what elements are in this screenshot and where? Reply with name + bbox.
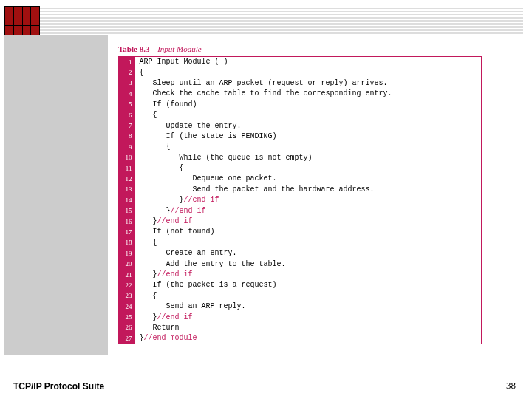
code-comment: //end if (157, 313, 193, 321)
code-row: 9 { (119, 142, 482, 152)
code-line: While (the queue is not empty) (135, 152, 482, 163)
code-line: Send the packet and the hardware address… (135, 184, 482, 194)
line-number: 21 (119, 269, 135, 279)
code-row: 8 If (the state is PENDING) (119, 131, 482, 141)
code-line: { (135, 142, 482, 152)
line-number: 15 (119, 205, 135, 216)
line-number: 12 (119, 174, 135, 184)
line-number: 18 (119, 237, 135, 248)
line-number: 26 (119, 322, 135, 332)
table-caption-text: Input Module (157, 44, 202, 53)
line-number: 16 (119, 216, 135, 226)
code-line: Add the entry to the table. (135, 259, 482, 269)
code-row: 20 Add the entry to the table. (119, 259, 482, 269)
code-row: 16 }//end if (119, 216, 482, 226)
code-row: 17 If (not found) (119, 227, 482, 237)
code-row: 23 { (119, 290, 482, 301)
code-row: 24 Send an ARP reply. (119, 301, 482, 311)
code-row: 26 Return (119, 322, 482, 332)
code-line: }//end if (135, 216, 482, 226)
code-line: Send an ARP reply. (135, 301, 482, 311)
code-line: }//end if (135, 205, 482, 216)
line-number: 5 (119, 99, 135, 109)
code-line: { (135, 163, 482, 173)
code-line: Create an entry. (135, 248, 482, 259)
line-number: 6 (119, 109, 135, 120)
code-row: 22 If (the packet is a request) (119, 280, 482, 290)
code-row: 12 Dequeue one packet. (119, 174, 482, 184)
header-pattern (37, 6, 523, 34)
code-row: 21 }//end if (119, 269, 482, 279)
code-row: 6 { (119, 109, 482, 120)
logo-grid-icon (4, 6, 40, 35)
code-comment: //end if (171, 207, 206, 215)
line-number: 13 (119, 184, 135, 194)
line-number: 9 (119, 142, 135, 152)
code-table-wrap: Table 8.3 Input Module 1ARP_Input_Module… (118, 44, 488, 344)
line-number: 23 (119, 290, 135, 301)
code-row: 19 Create an entry. (119, 248, 482, 259)
page-number: 38 (506, 380, 516, 392)
sidebar-panel (4, 35, 108, 355)
line-number: 10 (119, 152, 135, 163)
line-number: 14 (119, 195, 135, 205)
code-line: { (135, 109, 482, 120)
line-number: 11 (119, 163, 135, 173)
code-line: If (the packet is a request) (135, 280, 482, 290)
code-comment: //end if (157, 270, 193, 279)
code-row: 4 Check the cache table to find the corr… (119, 89, 482, 99)
code-line: Sleep until an ARP packet (request or re… (135, 78, 482, 88)
code-line: If (found) (135, 99, 482, 109)
code-comment: //end if (184, 196, 219, 204)
code-row: 7 Update the entry. (119, 120, 482, 131)
code-line: }//end module (135, 333, 482, 344)
line-number: 20 (119, 259, 135, 269)
code-comment: //end module (144, 334, 197, 342)
line-number: 8 (119, 131, 135, 141)
code-row: 18 { (119, 237, 482, 248)
line-number: 24 (119, 301, 135, 311)
code-row: 1ARP_Input_Module ( ) (119, 57, 482, 67)
code-row: 25 }//end if (119, 312, 482, 322)
code-line: Return (135, 322, 482, 332)
code-line: { (135, 67, 482, 78)
code-line: }//end if (135, 312, 482, 322)
code-comment: //end if (157, 217, 193, 225)
code-line: Dequeue one packet. (135, 174, 482, 184)
table-caption: Table 8.3 Input Module (118, 44, 488, 53)
table-label: Table 8.3 (118, 44, 149, 53)
code-row: 27}//end module (119, 333, 482, 344)
code-row: 14 }//end if (119, 195, 482, 205)
code-line: If (the state is PENDING) (135, 131, 482, 141)
code-row: 2{ (119, 67, 482, 78)
code-row: 15 }//end if (119, 205, 482, 216)
line-number: 4 (119, 89, 135, 99)
code-row: 3 Sleep until an ARP packet (request or … (119, 78, 482, 88)
line-number: 27 (119, 333, 135, 344)
code-line: Update the entry. (135, 120, 482, 131)
code-line: Check the cache table to find the corres… (135, 89, 482, 99)
code-table: 1ARP_Input_Module ( )2{3 Sleep until an … (118, 56, 482, 344)
line-number: 25 (119, 312, 135, 322)
code-line: { (135, 290, 482, 301)
code-row: 13 Send the packet and the hardware addr… (119, 184, 482, 194)
code-line: { (135, 237, 482, 248)
code-line: }//end if (135, 195, 482, 205)
code-line: }//end if (135, 269, 482, 279)
line-number: 19 (119, 248, 135, 259)
code-row: 11 { (119, 163, 482, 173)
code-line: ARP_Input_Module ( ) (135, 57, 482, 67)
line-number: 2 (119, 67, 135, 78)
line-number: 17 (119, 227, 135, 237)
line-number: 7 (119, 120, 135, 131)
code-row: 5 If (found) (119, 99, 482, 109)
code-row: 10 While (the queue is not empty) (119, 152, 482, 163)
footer-title: TCP/IP Protocol Suite (13, 381, 104, 392)
line-number: 3 (119, 78, 135, 88)
code-line: If (not found) (135, 227, 482, 237)
line-number: 22 (119, 280, 135, 290)
line-number: 1 (119, 57, 135, 67)
